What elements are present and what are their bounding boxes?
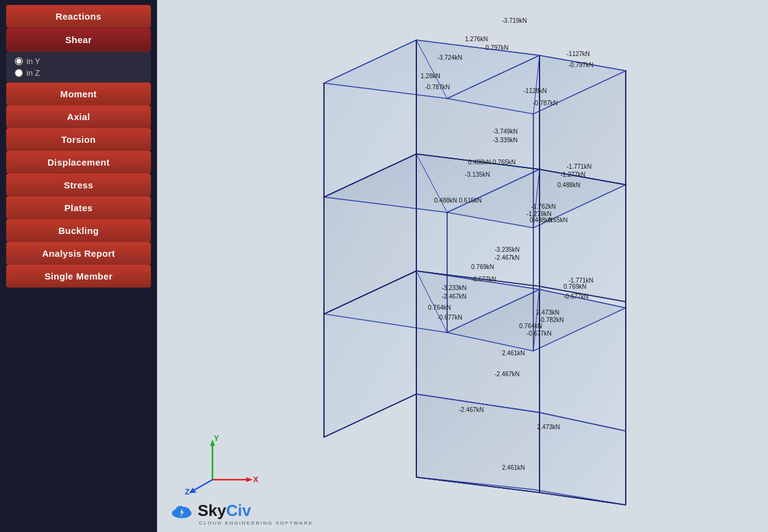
sidebar-btn-stress[interactable]: Stress [6,174,151,196]
sidebar-btn-plates[interactable]: Plates [6,196,151,219]
sidebar-btn-buckling[interactable]: Buckling [6,219,151,242]
sidebar-btn-torsion[interactable]: Torsion [6,128,151,151]
logo-tagline: CLOUD ENGINEERING SOFTWARE [199,520,313,526]
sidebar-btn-reactions[interactable]: Reactions [6,5,151,28]
svg-marker-50 [246,477,253,482]
svg-text:Y: Y [214,433,219,443]
sidebar: ReactionsShearin Yin ZMomentAxialTorsion… [0,0,157,532]
sidebar-btn-displacement[interactable]: Displacement [6,151,151,174]
skyciv-logo: SkyCiv CLOUD ENGINEERING SOFTWARE [169,501,313,526]
sidebar-buttons: ReactionsShearin Yin ZMomentAxialTorsion… [6,5,151,288]
logo-cloud-icon [169,502,194,520]
svg-point-58 [176,506,184,514]
sidebar-btn-single-member[interactable]: Single Member [6,265,151,288]
sidebar-btn-analysis-report[interactable]: Analysis Report [6,242,151,265]
svg-text:X: X [253,475,259,484]
sidebar-btn-moment[interactable]: Moment [6,83,151,105]
axes-widget: Y X Z [182,433,262,495]
radio-option-in-z[interactable]: in Z [15,68,142,78]
sidebar-btn-axial[interactable]: Axial [6,105,151,128]
svg-marker-53 [189,488,196,493]
main-viewport: -3.719kN1.276kN-0.797kN-3.724kN-1127kN-0… [157,0,768,532]
shear-direction-radio-group: in Yin Z [6,52,151,83]
svg-text:Z: Z [185,487,190,495]
sidebar-btn-shear[interactable]: Shear [6,28,151,52]
radio-option-in-y[interactable]: in Y [15,57,142,66]
logo-brand-text: SkyCiv [198,501,251,520]
